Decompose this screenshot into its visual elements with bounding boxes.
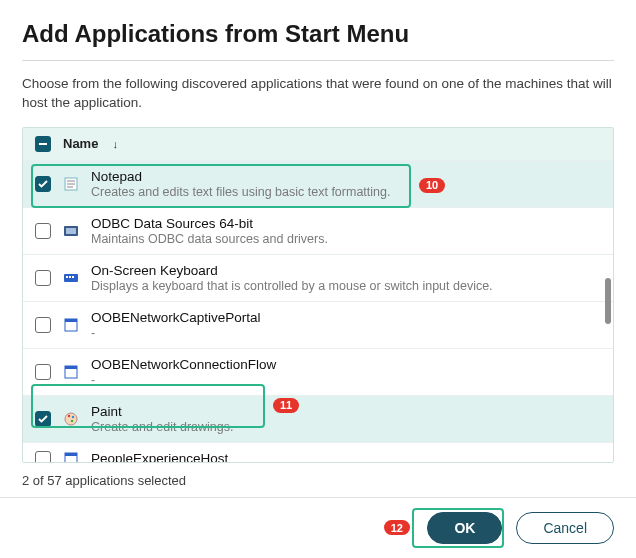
app-description: Create and edit drawings. [91,420,233,434]
app-name: Paint [91,404,233,419]
row-checkbox[interactable] [35,223,51,239]
table-row[interactable]: PeopleExperienceHost [23,442,613,462]
app-name: Notepad [91,169,390,184]
svg-rect-11 [65,319,77,322]
highlight-12 [412,508,504,548]
window-icon [63,451,79,462]
app-name: OOBENetworkConnectionFlow [91,357,276,372]
row-checkbox[interactable] [35,364,51,380]
svg-point-15 [68,415,70,417]
row-checkbox[interactable] [35,451,51,462]
dialog-title: Add Applications from Start Menu [22,20,614,48]
table-row[interactable]: OOBENetworkConnectionFlow - [23,348,613,395]
applications-table: Name ↓ Notepad Creates and edits text fi… [22,127,614,463]
app-description: - [91,373,276,387]
selection-status: 2 of 57 applications selected [22,473,614,488]
dialog-footer: 12 OK Cancel [0,497,636,558]
svg-rect-9 [72,276,74,278]
svg-rect-19 [65,453,77,456]
app-description: Maintains ODBC data sources and drivers. [91,232,328,246]
column-name-header[interactable]: Name [63,136,98,151]
svg-rect-7 [66,276,68,278]
app-name: PeopleExperienceHost [91,451,228,462]
select-all-checkbox[interactable] [35,136,51,152]
svg-point-17 [71,420,73,422]
paint-icon [63,411,79,427]
svg-point-14 [65,413,77,425]
app-description: - [91,326,261,340]
row-checkbox[interactable] [35,317,51,333]
svg-rect-8 [69,276,71,278]
scrollbar-thumb[interactable] [605,278,611,324]
annotation-badge-11: 11 [273,398,299,413]
app-description: Creates and edits text files using basic… [91,185,390,199]
odbc-icon [63,223,79,239]
keyboard-icon [63,270,79,286]
table-row[interactable]: ODBC Data Sources 64-bit Maintains ODBC … [23,207,613,254]
svg-point-16 [72,416,74,418]
notepad-icon [63,176,79,192]
table-body: Notepad Creates and edits text files usi… [23,160,613,462]
dialog-intro: Choose from the following discovered app… [22,75,614,113]
sort-arrow-icon[interactable]: ↓ [112,138,118,150]
cancel-button[interactable]: Cancel [516,512,614,544]
app-name: On-Screen Keyboard [91,263,493,278]
row-checkbox[interactable] [35,176,51,192]
table-header[interactable]: Name ↓ [23,128,613,160]
svg-rect-5 [66,228,76,234]
table-row[interactable]: Notepad Creates and edits text files usi… [23,160,613,207]
svg-rect-13 [65,366,77,369]
annotation-badge-10: 10 [419,178,445,193]
app-description: Displays a keyboard that is controlled b… [91,279,493,293]
table-row[interactable]: OOBENetworkCaptivePortal - [23,301,613,348]
app-name: ODBC Data Sources 64-bit [91,216,328,231]
app-name: OOBENetworkCaptivePortal [91,310,261,325]
divider [22,60,614,61]
row-checkbox[interactable] [35,270,51,286]
table-row[interactable]: Paint Create and edit drawings. [23,395,613,442]
annotation-badge-12: 12 [384,520,410,535]
window-icon [63,317,79,333]
table-row[interactable]: On-Screen Keyboard Displays a keyboard t… [23,254,613,301]
row-checkbox[interactable] [35,411,51,427]
window-icon [63,364,79,380]
